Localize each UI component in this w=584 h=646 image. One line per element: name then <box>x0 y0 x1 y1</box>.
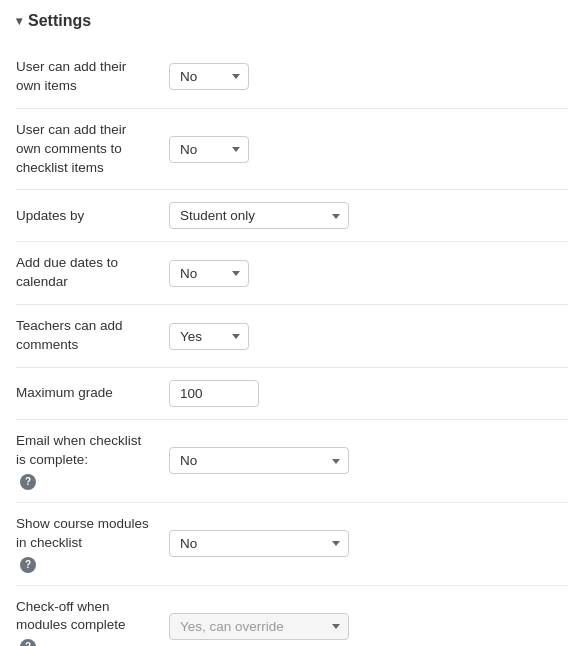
table-row: Show course modules in checklist?NoYes <box>16 502 568 585</box>
select-email-checklist[interactable]: NoYes <box>169 447 349 474</box>
label-updates-by: Updates by <box>16 190 161 242</box>
label-maximum-grade: Maximum grade <box>16 368 161 420</box>
select-updates-by[interactable]: Student onlyTeacher onlyStudent and teac… <box>169 202 349 229</box>
select-teachers-add-comments[interactable]: YesNo <box>169 323 249 350</box>
control-updates-by: Student onlyTeacher onlyStudent and teac… <box>161 190 568 242</box>
help-icon-checkoff-when[interactable]: ? <box>20 639 36 646</box>
label-teachers-add-comments: Teachers can add comments <box>16 305 161 368</box>
table-row: Maximum grade <box>16 368 568 420</box>
help-icon-email-checklist[interactable]: ? <box>20 474 36 490</box>
select-user-add-items[interactable]: NoYes <box>169 63 249 90</box>
control-user-add-comments: NoYes <box>161 108 568 190</box>
control-teachers-add-comments: YesNo <box>161 305 568 368</box>
section-header: ▾ Settings <box>16 12 568 30</box>
control-add-due-dates: NoYes <box>161 242 568 305</box>
label-show-course-modules: Show course modules in checklist? <box>16 502 161 585</box>
select-checkoff-when[interactable]: Yes, can overrideYes, cannot overrideNo <box>169 613 349 640</box>
table-row: User can add their own comments to check… <box>16 108 568 190</box>
table-row: Updates byStudent onlyTeacher onlyStuden… <box>16 190 568 242</box>
help-icon-show-course-modules[interactable]: ? <box>20 557 36 573</box>
control-email-checklist: NoYes <box>161 420 568 503</box>
label-add-due-dates: Add due dates to calendar <box>16 242 161 305</box>
select-user-add-comments[interactable]: NoYes <box>169 136 249 163</box>
settings-table: User can add their own itemsNoYesUser ca… <box>16 46 568 646</box>
label-user-add-comments: User can add their own comments to check… <box>16 108 161 190</box>
table-row: Check-off when modules complete?Yes, can… <box>16 585 568 646</box>
table-row: Email when checklist is complete:?NoYes <box>16 420 568 503</box>
chevron-icon: ▾ <box>16 14 22 28</box>
table-row: Teachers can add commentsYesNo <box>16 305 568 368</box>
label-email-checklist: Email when checklist is complete:? <box>16 420 161 503</box>
table-row: User can add their own itemsNoYes <box>16 46 568 108</box>
label-user-add-items: User can add their own items <box>16 46 161 108</box>
table-row: Add due dates to calendarNoYes <box>16 242 568 305</box>
label-checkoff-when: Check-off when modules complete? <box>16 585 161 646</box>
settings-container: ▾ Settings User can add their own itemsN… <box>0 0 584 646</box>
select-add-due-dates[interactable]: NoYes <box>169 260 249 287</box>
section-title: Settings <box>28 12 91 30</box>
control-maximum-grade <box>161 368 568 420</box>
select-show-course-modules[interactable]: NoYes <box>169 530 349 557</box>
control-show-course-modules: NoYes <box>161 502 568 585</box>
control-user-add-items: NoYes <box>161 46 568 108</box>
input-maximum-grade[interactable] <box>169 380 259 407</box>
control-checkoff-when: Yes, can overrideYes, cannot overrideNo <box>161 585 568 646</box>
